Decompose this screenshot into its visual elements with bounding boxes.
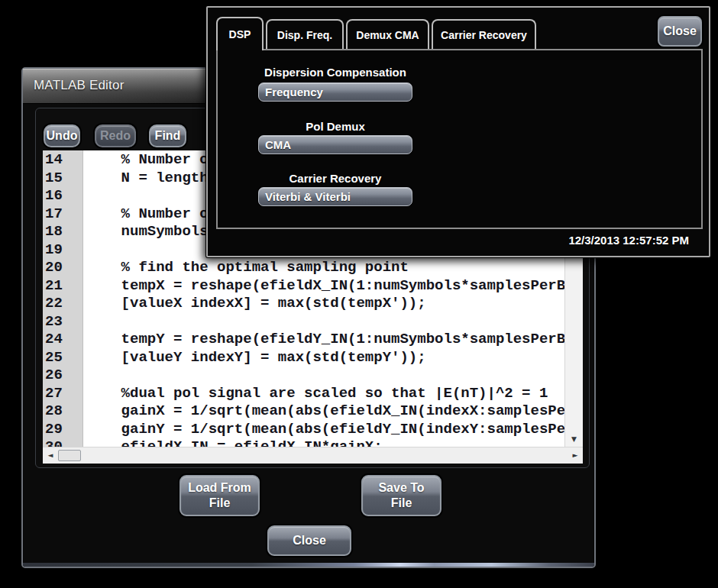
code-text <box>83 241 86 260</box>
dispersion-compensation-dropdown[interactable]: Frequency <box>258 82 412 102</box>
code-line: 29 gainY = 1/sqrt(mean(abs(efieldY_IN(in… <box>43 421 564 439</box>
code-line: 21 tempX = reshape(efieldX_IN(1:numSymbo… <box>43 277 564 296</box>
code-text: tempY = reshape(efieldY_IN(1:numSymbols*… <box>83 331 564 349</box>
code-text: numSymbols <box>83 223 209 241</box>
line-number: 14 <box>43 151 83 170</box>
code-text <box>83 367 86 385</box>
code-line: 24 tempY = reshape(efieldY_IN(1:numSymbo… <box>43 331 564 349</box>
tab-demux-cma[interactable]: Demux CMA <box>346 19 429 49</box>
line-number: 18 <box>43 223 83 241</box>
dialog-close-button[interactable]: Close <box>658 16 702 47</box>
tab-carrier-recovery[interactable]: Carrier Recovery <box>432 19 536 49</box>
line-number: 29 <box>43 421 83 439</box>
dispersion-compensation-label: Dispersion Compensation <box>258 66 412 81</box>
code-text: N = length <box>83 170 209 188</box>
code-line: 25 [valueY indexY] = max(std(tempY')); <box>43 349 564 367</box>
line-number: 16 <box>43 187 83 205</box>
button-label-line2: File <box>391 496 412 511</box>
code-text: [valueX indexX] = max(std(tempX')); <box>83 295 426 313</box>
window-bottom-sheen <box>23 563 594 567</box>
button-label-line2: File <box>209 496 231 511</box>
line-number: 19 <box>43 241 83 260</box>
code-line: 23 <box>43 313 564 331</box>
window-title: MATLAB Editor <box>34 69 125 102</box>
button-label-line1: Load From <box>188 480 251 496</box>
code-line: 30 efieldX_IN = efieldX_IN*gainX; <box>43 438 564 447</box>
load-from-file-button[interactable]: Load From File <box>180 475 260 516</box>
editor-close-button[interactable]: Close <box>267 525 351 556</box>
code-text: gainX = 1/sqrt(mean(abs(efieldX_IN(index… <box>83 402 564 421</box>
desktop-background: MATLAB Editor Undo Redo Find 14 % Number… <box>0 0 718 588</box>
code-line: 22 [valueX indexX] = max(std(tempX')); <box>43 295 564 313</box>
code-text: gainY = 1/sqrt(mean(abs(efieldY_IN(index… <box>83 421 564 439</box>
carrier-recovery-label: Carrier Recovery <box>258 172 412 187</box>
code-text: tempX = reshape(efieldX_IN(1:numSymbols*… <box>83 277 564 296</box>
line-number: 20 <box>43 259 83 277</box>
code-line: 27 %dual pol signal are scaled so that |… <box>43 385 564 403</box>
code-line: 28 gainX = 1/sqrt(mean(abs(efieldX_IN(in… <box>43 402 564 421</box>
code-line: 26 <box>43 367 564 385</box>
line-number: 21 <box>43 277 83 296</box>
pol-demux-label: Pol Demux <box>258 120 412 135</box>
code-text: %dual pol signal are scaled so that |E(n… <box>83 385 548 403</box>
tab-disp-freq[interactable]: Disp. Freq. <box>266 19 344 49</box>
pol-demux-dropdown[interactable]: CMA <box>258 135 412 154</box>
button-label-line1: Save To <box>378 480 424 496</box>
code-text: efieldX_IN = efieldX_IN*gainX; <box>83 438 383 447</box>
code-text: % Number o <box>83 151 209 170</box>
code-line: 20 % find the optimal sampling point <box>43 259 564 277</box>
find-button[interactable]: Find <box>149 124 186 147</box>
line-number: 28 <box>43 402 83 421</box>
carrier-recovery-dropdown[interactable]: Viterbi & Viterbi <box>258 187 412 206</box>
timestamp: 12/3/2013 12:57:52 PM <box>568 234 689 247</box>
h-scrollbar-thumb[interactable] <box>58 450 81 461</box>
code-text <box>83 187 86 205</box>
line-number: 26 <box>43 367 83 385</box>
line-number: 22 <box>43 295 83 313</box>
line-number: 25 <box>43 349 83 367</box>
code-text: % find the optimal sampling point <box>83 259 409 277</box>
scroll-right-icon[interactable]: ► <box>570 447 581 464</box>
scroll-left-icon[interactable]: ◄ <box>45 447 56 464</box>
line-number: 17 <box>43 205 83 224</box>
line-number: 30 <box>43 438 83 447</box>
code-text <box>83 313 86 331</box>
horizontal-scrollbar[interactable]: ◄ ► <box>43 447 583 464</box>
line-number: 15 <box>43 170 83 188</box>
undo-button[interactable]: Undo <box>44 124 80 147</box>
code-text: [valueY indexY] = max(std(tempY')); <box>83 349 426 367</box>
tab-dsp[interactable]: DSP <box>216 17 264 50</box>
code-text: % Number o <box>83 205 209 224</box>
line-number: 24 <box>43 331 83 349</box>
dsp-settings-dialog: DSP Disp. Freq. Demux CMA Carrier Recove… <box>206 6 710 257</box>
scroll-down-icon[interactable]: ▼ <box>565 433 583 445</box>
save-to-file-button[interactable]: Save To File <box>361 475 441 516</box>
line-number: 23 <box>43 313 83 331</box>
redo-button[interactable]: Redo <box>95 124 136 147</box>
line-number: 27 <box>43 385 83 403</box>
